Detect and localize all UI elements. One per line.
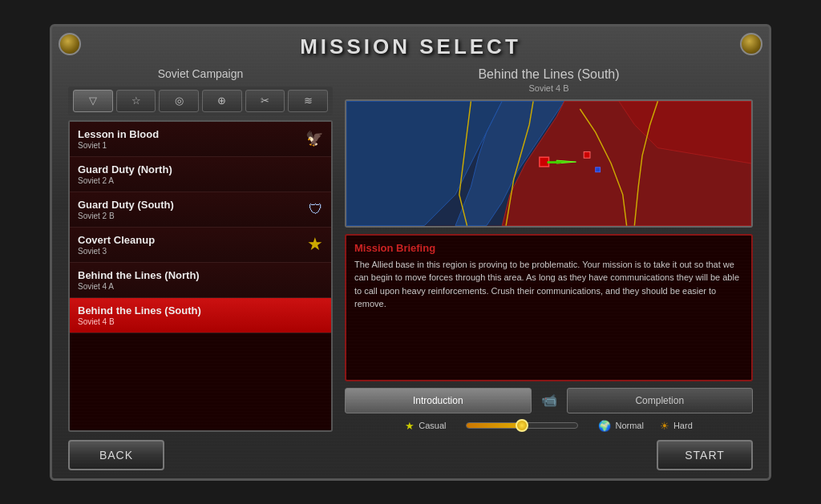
selected-mission-title: Behind the Lines (South) xyxy=(345,67,753,82)
video-buttons: Introduction 📹 Completion xyxy=(345,388,753,413)
filter-btn-3[interactable]: ⊕ xyxy=(202,90,242,112)
completion-label: Completion xyxy=(635,395,684,406)
map-preview xyxy=(345,99,753,228)
difficulty-slider-track[interactable] xyxy=(466,422,578,429)
mission-item-behind-lines-north[interactable]: Behind the Lines (North) Soviet 4 A xyxy=(70,263,331,298)
briefing-text: The Allied base in this region is provin… xyxy=(354,258,743,311)
back-label: Back xyxy=(99,449,133,462)
filter-bar: ▽ ☆ ◎ ⊕ ✂ ≋ xyxy=(68,87,333,115)
mission-name: Guard Duty (North) xyxy=(78,163,323,175)
mission-sub: Soviet 3 xyxy=(78,247,323,256)
mission-sub: Soviet 2 B xyxy=(78,212,323,220)
introduction-button[interactable]: Introduction xyxy=(345,388,532,413)
mission-item-guard-duty-south[interactable]: Guard Duty (South) Soviet 2 B 🛡 xyxy=(70,192,331,228)
normal-globe-icon: 🌍 xyxy=(598,420,611,432)
mission-name: Behind the Lines (North) xyxy=(78,269,323,281)
left-panel: Soviet Campaign ▽ ☆ ◎ ⊕ ✂ ≋ Lesson in Bl… xyxy=(68,67,333,432)
mission-name: Behind the Lines (South) xyxy=(78,304,323,317)
briefing-box: Mission Briefing The Allied base in this… xyxy=(345,234,753,381)
selected-mission-subtitle: Soviet 4 B xyxy=(345,83,753,93)
mission-item-behind-lines-south[interactable]: Behind the Lines (South) Soviet 4 B xyxy=(70,298,331,333)
mission-item-guard-duty-north[interactable]: Guard Duty (North) Soviet 2 A xyxy=(70,157,331,192)
completion-button[interactable]: Completion xyxy=(567,388,754,413)
svg-rect-9 xyxy=(596,167,601,171)
mission-sub: Soviet 4 B xyxy=(78,317,323,326)
casual-star-icon: ★ xyxy=(405,420,415,432)
briefing-title: Mission Briefing xyxy=(354,242,743,254)
mission-sub: Soviet 4 A xyxy=(78,282,323,291)
main-content: Soviet Campaign ▽ ☆ ◎ ⊕ ✂ ≋ Lesson in Bl… xyxy=(68,67,753,432)
difficulty-hard[interactable]: ☀ Hard xyxy=(660,420,693,432)
mission-name: Lesson in Blood xyxy=(78,128,323,140)
bottom-bar: Back Start xyxy=(68,440,753,470)
filter-btn-5[interactable]: ≋ xyxy=(288,90,328,112)
bolt-top-left xyxy=(59,33,81,55)
mission-badge-eagle: 🦅 xyxy=(305,130,323,147)
hard-label: Hard xyxy=(673,421,693,430)
casual-label: Casual xyxy=(419,421,446,430)
mission-name: Covert Cleanup xyxy=(78,234,323,246)
filter-btn-2[interactable]: ◎ xyxy=(159,90,199,112)
main-frame: MISSION SELECT Soviet Campaign ▽ ☆ ◎ ⊕ ✂… xyxy=(50,24,771,481)
page-title: MISSION SELECT xyxy=(68,34,753,59)
mission-item-covert-cleanup[interactable]: Covert Cleanup Soviet 3 ★ xyxy=(70,228,331,263)
filter-btn-1[interactable]: ☆ xyxy=(116,90,156,112)
mission-badge-shield: 🛡 xyxy=(309,201,323,218)
normal-label: Normal xyxy=(615,421,643,430)
video-camera-icon: 📹 xyxy=(541,393,557,408)
mission-sub: Soviet 1 xyxy=(78,141,323,150)
hard-sun-icon: ☀ xyxy=(660,420,669,432)
svg-rect-7 xyxy=(548,161,561,163)
introduction-label: Introduction xyxy=(413,395,463,406)
difficulty-casual[interactable]: ★ Casual xyxy=(405,420,446,432)
mission-sub: Soviet 2 A xyxy=(78,176,323,185)
mission-item-lesson-in-blood[interactable]: Lesson in Blood Soviet 1 🦅 xyxy=(70,122,331,157)
difficulty-slider-handle[interactable] xyxy=(516,419,528,432)
difficulty-normal[interactable]: 🌍 Normal xyxy=(598,420,643,432)
filter-btn-0[interactable]: ▽ xyxy=(73,90,113,112)
start-label: Start xyxy=(685,449,725,462)
filter-btn-4[interactable]: ✂ xyxy=(245,90,285,112)
back-button[interactable]: Back xyxy=(68,440,164,470)
start-button[interactable]: Start xyxy=(657,440,753,470)
map-svg xyxy=(346,101,751,226)
svg-rect-8 xyxy=(584,151,590,158)
mission-badge-star: ★ xyxy=(307,234,323,255)
difficulty-slider-fill xyxy=(467,423,522,428)
campaign-title: Soviet Campaign xyxy=(68,67,333,80)
difficulty-bar: ★ Casual 🌍 Normal ☀ Hard xyxy=(345,420,753,432)
right-panel: Behind the Lines (South) Soviet 4 B xyxy=(345,67,753,432)
mission-name: Guard Duty (South) xyxy=(78,199,323,211)
mission-list: Lesson in Blood Soviet 1 🦅 Guard Duty (N… xyxy=(68,120,333,432)
bolt-top-right xyxy=(740,33,762,55)
